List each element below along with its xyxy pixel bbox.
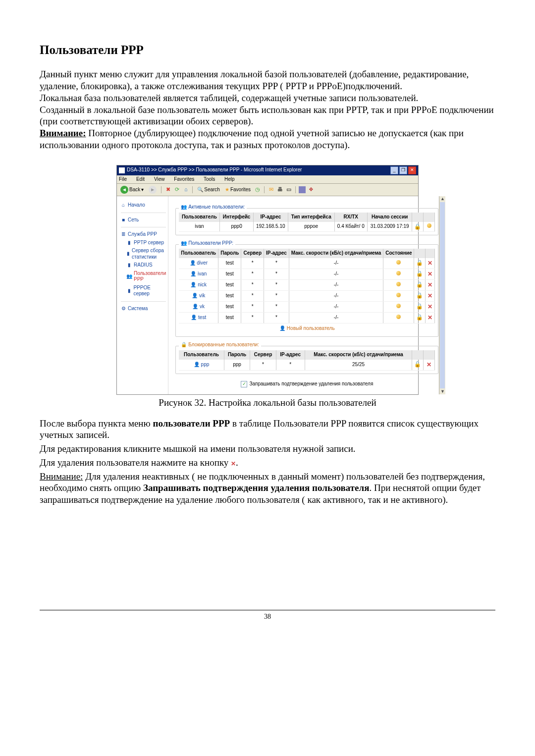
- after-para-2: Для редактирования кликните мышкой на им…: [40, 443, 495, 455]
- col-b-ip: IP-адрес: [276, 350, 305, 360]
- refresh-button[interactable]: ⟳: [173, 186, 180, 193]
- ie-icon: [119, 167, 125, 173]
- sidebar-item-stats[interactable]: ▮Сервер сбора статистики: [121, 247, 166, 261]
- table-row: 👤 ivantest**-/-🔒✕: [179, 269, 435, 279]
- add-user-icon: 👤: [279, 325, 285, 331]
- delete-icon[interactable]: ✕: [428, 303, 432, 311]
- window-title: DSA-3110 >> Служба PPP >> Пользователи P…: [127, 167, 302, 173]
- lock-icon[interactable]: 🔒: [416, 270, 423, 276]
- col-u-state: Состояние: [383, 249, 414, 258]
- vertical-scrollbar[interactable]: ▲ ▼: [439, 196, 445, 394]
- sidebar-item-system[interactable]: ⚙Система: [121, 305, 166, 313]
- col-b-user: Пользователь: [179, 350, 224, 360]
- delete-icon[interactable]: ✕: [428, 314, 432, 322]
- table-row: ivan ppp0 192.168.5.10 pppoe 0.4 Кбайт/ …: [179, 222, 435, 232]
- ext2-button[interactable]: ❖: [308, 186, 315, 193]
- confirm-delete-label: Запрашивать подтверждение удаления польз…: [249, 381, 373, 387]
- lock-icon[interactable]: 🔒: [416, 292, 423, 298]
- bulb-icon[interactable]: [396, 315, 401, 319]
- user-link[interactable]: 👤 diver: [190, 260, 208, 267]
- sidebar-item-radius[interactable]: ▮RADIUS: [121, 261, 166, 270]
- menu-view[interactable]: View: [154, 176, 169, 182]
- sidebar-item-users[interactable]: 👥Пользователи PPP: [121, 270, 166, 284]
- bulb-icon[interactable]: [396, 271, 401, 275]
- delete-icon[interactable]: ✕: [428, 292, 432, 300]
- people-icon: 👥: [181, 204, 187, 211]
- minimize-button[interactable]: _: [390, 166, 398, 174]
- table-row: 👤 viktest**-/-🔒✕: [179, 290, 435, 301]
- main-panel: 👥Активные пользователи: Пользователь Инт…: [168, 196, 445, 394]
- delete-icon: ✕: [231, 460, 236, 468]
- sidebar-item-net[interactable]: ■Сеть: [121, 216, 166, 224]
- edit-button[interactable]: ▭: [285, 186, 292, 193]
- after-para-4: Внимание: Для удаления неактивных ( не п…: [40, 471, 495, 506]
- user-link[interactable]: 👤 test: [191, 315, 206, 321]
- sidebar-item-pppoe[interactable]: ▮PPPOE сервер: [121, 284, 166, 298]
- bulb-icon[interactable]: [396, 293, 401, 297]
- home-button[interactable]: ⌂: [182, 186, 189, 193]
- col-u-spd: Макс. скорости (кБ/с) отдачи/приема: [289, 249, 383, 258]
- lock-icon: 🔒: [181, 342, 187, 348]
- add-user-link[interactable]: 👤 Новый пользователь: [179, 324, 435, 334]
- table-row: 👤 testtest**-/-🔒✕: [179, 312, 435, 323]
- scroll-down-icon[interactable]: ▼: [440, 389, 445, 394]
- delete-icon[interactable]: ✕: [428, 260, 432, 267]
- bulb-icon[interactable]: [427, 223, 431, 228]
- fieldset-blocked: 🔒Блокированные пользователи: Пользовател…: [175, 346, 438, 374]
- scroll-up-icon[interactable]: ▲: [440, 196, 445, 202]
- menu-file[interactable]: File: [119, 176, 131, 182]
- close-button[interactable]: ✕: [408, 166, 416, 174]
- lock-icon[interactable]: 🔒: [414, 223, 421, 229]
- scroll-thumb[interactable]: [440, 202, 445, 388]
- after-para-3: Для удаления пользователя нажмите на кно…: [40, 457, 495, 469]
- para-1: Данный пункт меню служит для управления …: [40, 68, 495, 92]
- mail-button[interactable]: ✉: [268, 186, 274, 193]
- forward-button[interactable]: ►: [147, 185, 158, 194]
- body-text: Данный пункт меню служит для управления …: [40, 68, 495, 151]
- after-para-1: После выбора пункта меню пользователи PP…: [40, 418, 495, 441]
- bulb-icon[interactable]: [396, 304, 401, 308]
- search-button[interactable]: 🔍Search: [196, 186, 221, 194]
- history-button[interactable]: ◷: [254, 186, 261, 193]
- para-warn: Внимание: Повторное (дублирующее) подклю…: [40, 127, 495, 151]
- unlock-icon[interactable]: 🔓: [414, 361, 421, 367]
- delete-icon[interactable]: ✕: [428, 270, 432, 278]
- favorites-button[interactable]: ★Favorites: [223, 186, 252, 194]
- print-button[interactable]: 🖶: [276, 186, 283, 193]
- col-type: Тип интерфейса: [288, 213, 334, 222]
- lock-icon[interactable]: 🔒: [416, 303, 423, 309]
- maximize-button[interactable]: ❐: [399, 166, 407, 174]
- sidebar-item-pptp[interactable]: ▮PPTP сервер: [121, 239, 166, 247]
- confirm-delete-checkbox[interactable]: ✓: [241, 381, 247, 387]
- col-b-srv: Сервер: [250, 350, 276, 360]
- user-link[interactable]: 👤 ppp: [194, 362, 210, 368]
- menu-edit[interactable]: Edit: [136, 176, 149, 182]
- col-b-pass: Пароль: [224, 350, 250, 360]
- table-row: 👤 nicktest**-/-🔒✕: [179, 279, 435, 290]
- menu-help[interactable]: Help: [224, 176, 239, 182]
- sidebar-item-ppp[interactable]: ≣Служба PPP: [121, 230, 166, 239]
- bulb-icon[interactable]: [396, 282, 401, 286]
- col-u-user: Пользователь: [179, 249, 218, 258]
- lock-icon[interactable]: 🔒: [416, 281, 423, 287]
- back-button[interactable]: ◄Back ▾: [119, 185, 145, 194]
- table-row: 👤 vktest**-/-🔒✕: [179, 301, 435, 312]
- col-user: Пользователь: [179, 213, 220, 222]
- delete-icon[interactable]: ✕: [428, 281, 432, 289]
- user-link[interactable]: 👤 vik: [192, 293, 205, 299]
- delete-icon[interactable]: ✕: [427, 361, 431, 369]
- page-title: Пользователи PPP: [40, 42, 495, 57]
- user-link[interactable]: 👤 nick: [190, 282, 207, 288]
- ext1-button[interactable]: [299, 186, 306, 193]
- bulb-icon[interactable]: [396, 260, 401, 265]
- col-u-ip: IP-адрес: [264, 249, 289, 258]
- lock-icon[interactable]: 🔒: [416, 260, 423, 266]
- menu-tools[interactable]: Tools: [204, 176, 219, 182]
- user-link[interactable]: 👤 vk: [192, 304, 205, 310]
- user-link[interactable]: 👤 ivan: [190, 271, 207, 277]
- sidebar-item-home[interactable]: ⌂Начало: [121, 201, 166, 210]
- menu-favorites[interactable]: Favorites: [174, 176, 198, 182]
- stop-button[interactable]: ✖: [164, 186, 171, 193]
- col-u-pass: Пароль: [218, 249, 241, 258]
- lock-icon[interactable]: 🔒: [416, 314, 423, 320]
